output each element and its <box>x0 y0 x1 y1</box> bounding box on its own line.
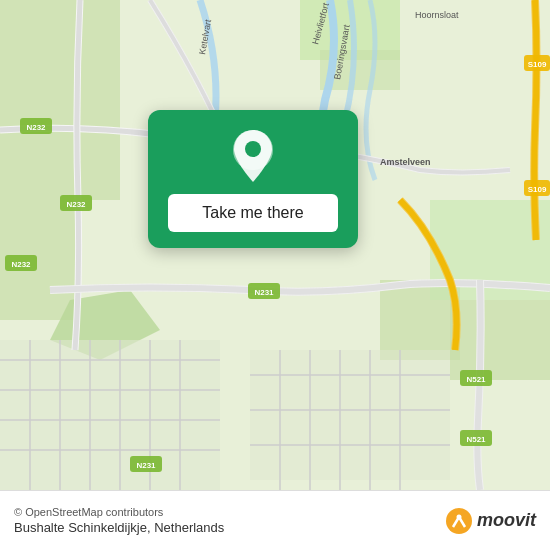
svg-text:N232: N232 <box>11 260 31 269</box>
moovit-text: moovit <box>477 510 536 531</box>
take-me-there-button[interactable]: Take me there <box>168 194 338 232</box>
moovit-logo: moovit <box>445 507 536 535</box>
svg-rect-1 <box>0 0 120 200</box>
popup-card: Take me there <box>148 110 358 248</box>
svg-point-55 <box>446 508 472 534</box>
svg-text:N521: N521 <box>466 375 486 384</box>
map-container: N232 N232 N232 N231 N231 N521 N521 S109 … <box>0 0 550 490</box>
svg-text:N521: N521 <box>466 435 486 444</box>
svg-text:Hoornsloat: Hoornsloat <box>415 10 459 20</box>
svg-text:N232: N232 <box>26 123 46 132</box>
osm-attribution: © OpenStreetMap contributors <box>14 506 224 518</box>
svg-text:S109: S109 <box>528 185 547 194</box>
bottom-bar: © OpenStreetMap contributors Bushalte Sc… <box>0 490 550 550</box>
svg-point-54 <box>245 141 261 157</box>
svg-text:N231: N231 <box>254 288 274 297</box>
svg-text:N232: N232 <box>66 200 86 209</box>
svg-rect-8 <box>450 300 550 380</box>
svg-point-56 <box>456 514 461 519</box>
svg-text:N231: N231 <box>136 461 156 470</box>
svg-rect-9 <box>0 340 220 490</box>
svg-text:Amstelveen: Amstelveen <box>380 157 431 167</box>
location-label: Bushalte Schinkeldijkje, Netherlands <box>14 520 224 535</box>
moovit-icon <box>445 507 473 535</box>
location-pin-icon <box>231 128 275 184</box>
svg-text:S109: S109 <box>528 60 547 69</box>
